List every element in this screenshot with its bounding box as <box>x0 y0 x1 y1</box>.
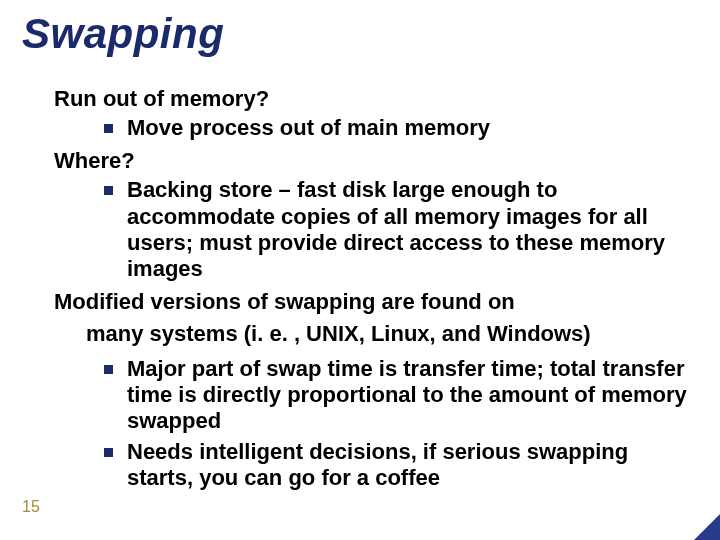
square-bullet-icon <box>104 448 113 457</box>
square-bullet-icon <box>104 124 113 133</box>
heading-modified-line2: many systems (i. e. , UNIX, Linux, and W… <box>54 321 690 347</box>
bullet-text: Move process out of main memory <box>127 115 690 141</box>
bullet-text: Major part of swap time is transfer time… <box>127 356 690 435</box>
bullet-text: Backing store – fast disk large enough t… <box>127 177 690 283</box>
bullet-row: Major part of swap time is transfer time… <box>104 356 690 435</box>
bullet-text: Needs intelligent decisions, if serious … <box>127 439 690 492</box>
bullet-row: Backing store – fast disk large enough t… <box>104 177 690 283</box>
square-bullet-icon <box>104 365 113 374</box>
heading-modified-line1: Modified versions of swapping are found … <box>54 289 690 315</box>
bullet-row: Needs intelligent decisions, if serious … <box>104 439 690 492</box>
page-number: 15 <box>22 498 40 516</box>
bullet-row: Move process out of main memory <box>104 115 690 141</box>
slide: Swapping Run out of memory? Move process… <box>0 0 720 540</box>
slide-body: Run out of memory? Move process out of m… <box>54 80 690 495</box>
square-bullet-icon <box>104 186 113 195</box>
slide-title: Swapping <box>22 10 224 58</box>
heading-where: Where? <box>54 148 690 174</box>
heading-runout: Run out of memory? <box>54 86 690 112</box>
corner-decoration-icon <box>694 514 720 540</box>
